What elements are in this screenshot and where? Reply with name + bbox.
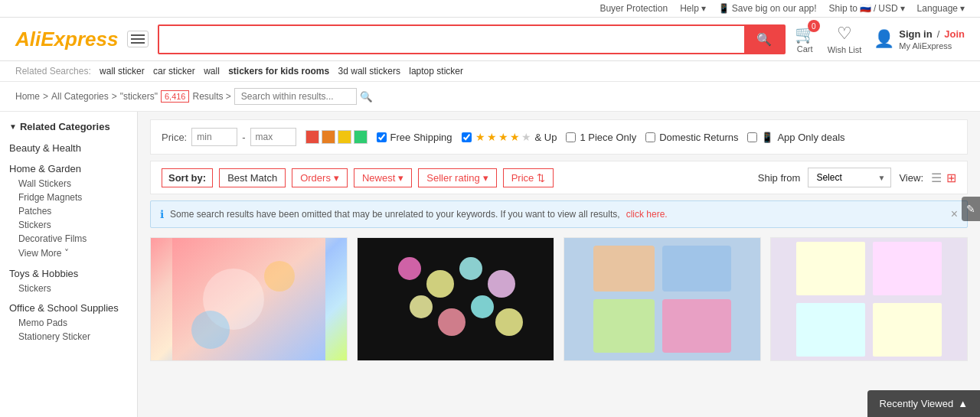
language-selector[interactable]: Language ▾ [917,3,965,14]
sign-in-area[interactable]: Sign in / Join My AliExpress [899,28,965,50]
related-search-kids-rooms[interactable]: stickers for kids rooms [228,66,329,77]
stars-filter[interactable]: ★ ★ ★ ★ ★ & Up [462,131,557,143]
sidebar-item-memo-pads[interactable]: Memo Pads [9,316,128,330]
product-card-2[interactable] [357,237,554,361]
info-click-here-link[interactable]: click here. [626,209,668,220]
svg-point-11 [471,295,494,318]
help-chevron-icon: ▾ [701,3,706,14]
currency-chevron-icon: ▾ [900,3,905,14]
sidebar-item-toys-stickers[interactable]: Stickers [9,282,128,295]
svg-rect-4 [379,238,532,360]
domestic-returns-filter[interactable]: Domestic Returns [645,132,738,143]
color-swatch-yellow[interactable] [338,130,351,144]
svg-point-6 [426,270,454,298]
product-card-4[interactable] [770,237,968,361]
sign-in-link[interactable]: Sign in [899,28,932,40]
sort-best-match[interactable]: Best Match [219,168,286,187]
newest-chevron-icon: ▾ [398,172,403,184]
join-link[interactable]: Join [944,28,965,40]
sidebar-item-patches[interactable]: Patches [9,204,128,218]
header: AliExpress stickers 🔍 🛒 0 Cart ♡ Wish Li… [0,18,980,61]
related-search-car-sticker[interactable]: car sticker [153,66,195,77]
product-img-svg-3 [564,238,760,360]
sidebar-view-more[interactable]: View More ˅ [9,246,128,261]
product-image-1 [151,238,347,360]
sort-newest[interactable]: Newest ▾ [354,168,412,187]
ship-from-select[interactable]: Select China United States [808,168,891,187]
ship-to[interactable]: Ship to 🇷🇺 / USD ▾ [829,3,905,14]
filters-panel: Price: - Free Shipping [150,119,968,155]
color-swatch-orange[interactable] [322,130,335,144]
ship-from-wrapper: Select China United States [808,168,891,187]
sort-seller-rating[interactable]: Seller rating ▾ [418,168,496,187]
color-swatch-green[interactable] [354,130,368,144]
free-shipping-checkbox[interactable] [377,132,387,142]
sidebar-item-fridge-magnets[interactable]: Fridge Magnets [9,191,128,204]
grid-view-icon[interactable]: ⊞ [946,171,956,185]
app-only-checkbox[interactable] [747,132,757,142]
product-card-3[interactable] [564,237,761,361]
sidebar-item-decorative-films[interactable]: Decorative Films [9,232,128,246]
search-within-button[interactable]: 🔍 [360,91,373,103]
app-only-filter[interactable]: 📱 App Only deals [747,132,844,143]
sidebar-item-stickers[interactable]: Stickers [9,218,128,232]
list-view-icon[interactable]: ☰ [931,171,942,185]
sidebar-item-home[interactable]: Home & Garden [9,161,128,177]
sidebar-section-toys: Toys & Hobbies Stickers [9,266,128,295]
sidebar-item-wall-stickers[interactable]: Wall Stickers [9,177,128,191]
svg-rect-19 [796,242,865,295]
info-icon: ℹ [160,208,164,220]
top-bar: Buyer Protection Help ▾ 📱 Save big on ou… [0,0,980,18]
domestic-returns-checkbox[interactable] [645,132,655,142]
main-layout: Related Categories Beauty & Health Home … [0,112,980,417]
search-within: 🔍 [234,88,373,105]
related-searches: Related Searches: wall sticker car stick… [0,61,980,82]
pencil-icon: ✎ [966,203,975,215]
one-piece-filter[interactable]: 1 Piece Only [566,132,636,143]
search-within-input[interactable] [234,88,357,105]
breadcrumb-search-term: "stickers" [120,91,158,102]
search-input[interactable]: stickers [159,26,743,53]
hamburger-line [131,42,145,44]
sidebar-item-beauty[interactable]: Beauty & Health [9,140,128,156]
cart-icon-area[interactable]: 🛒 0 Cart [795,24,815,54]
related-search-laptop[interactable]: laptop sticker [409,66,463,77]
app-promo[interactable]: 📱 Save big on our app! [718,3,817,14]
sidebar-item-stationery[interactable]: Stationery Sticker [9,330,128,344]
search-button[interactable]: 🔍 [744,26,784,53]
edit-icon-fixed[interactable]: ✎ [962,197,980,221]
content-area: Price: - Free Shipping [138,112,980,417]
price-max-input[interactable] [250,128,296,146]
stars-checkbox[interactable] [462,132,472,142]
info-close-button[interactable]: × [951,207,958,221]
product-card-1[interactable] [150,237,348,361]
logo[interactable]: AliExpress [15,28,118,51]
account-area: 👤 Sign in / Join My AliExpress [874,28,965,50]
related-search-wall-sticker[interactable]: wall sticker [100,66,145,77]
stars-display: ★ ★ ★ ★ ★ [475,131,531,143]
related-search-wall[interactable]: wall [204,66,220,77]
recently-viewed-bar[interactable]: Recently Viewed ▲ [867,390,980,417]
help-menu[interactable]: Help ▾ [680,3,706,14]
sidebar-item-office[interactable]: Office & School Supplies [9,300,128,316]
sidebar-item-toys[interactable]: Toys & Hobbies [9,266,128,282]
sort-by-label: Sort by: [162,168,213,187]
svg-point-9 [410,295,433,318]
color-swatch-red[interactable] [305,130,319,144]
wishlist-area[interactable]: ♡ Wish List [828,24,862,54]
breadcrumb-results-label: Results > [192,91,230,102]
breadcrumb: Home > All Categories > "stickers" 6,416… [0,82,980,112]
free-shipping-filter[interactable]: Free Shipping [377,132,452,143]
filter-row: Price: - Free Shipping [162,128,956,146]
heart-icon: ♡ [837,24,852,44]
orders-chevron-icon: ▾ [334,172,339,184]
sort-orders[interactable]: Orders ▾ [292,168,348,187]
one-piece-checkbox[interactable] [566,132,576,142]
sort-price[interactable]: Price ⇅ [503,168,554,187]
price-min-input[interactable] [191,128,237,146]
svg-point-2 [264,261,295,292]
hamburger-menu[interactable] [127,31,149,47]
breadcrumb-home[interactable]: Home [15,91,40,102]
related-search-3d-wall[interactable]: 3d wall stickers [338,66,400,77]
breadcrumb-all-categories[interactable]: All Categories [51,91,109,102]
